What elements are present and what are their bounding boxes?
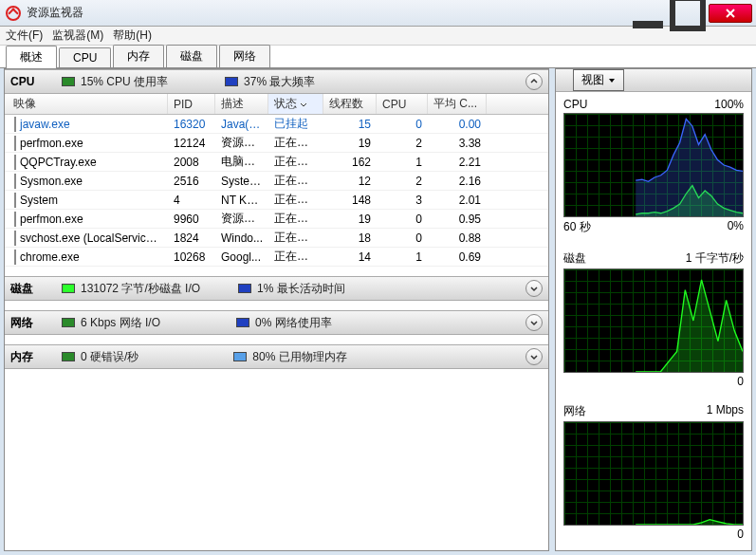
cpu-freq-swatch: [225, 77, 238, 86]
cell-threads: 15: [323, 116, 377, 133]
cell-cpu: 1: [377, 154, 428, 171]
menu-help[interactable]: 帮助(H): [113, 28, 152, 44]
view-dropdown[interactable]: 视图: [573, 69, 624, 91]
tab-disk[interactable]: 磁盘: [166, 45, 217, 67]
close-button[interactable]: [709, 4, 752, 23]
cell-cpu: 0: [377, 116, 428, 133]
cell-desc: System...: [215, 173, 268, 190]
network-expand-button[interactable]: [526, 314, 543, 331]
row-checkbox[interactable]: [14, 250, 16, 265]
net-use-swatch: [236, 318, 249, 327]
row-checkbox[interactable]: [14, 193, 16, 208]
disk-act-text: 1% 最长活动时间: [257, 281, 345, 297]
cell-status: 正在运行: [268, 190, 323, 210]
row-checkbox[interactable]: [14, 136, 16, 151]
cell-pid: 12124: [168, 135, 215, 152]
cell-threads: 162: [323, 154, 377, 171]
table-row[interactable]: QQPCTray.exe2008电脑管家正在运行16212.21: [5, 153, 548, 172]
network-section-header[interactable]: 网络 6 Kbps 网络 I/O 0% 网络使用率: [5, 310, 548, 335]
cell-pid: 10268: [168, 249, 215, 266]
col-pid[interactable]: PID: [168, 94, 215, 114]
row-checkbox[interactable]: [14, 231, 16, 246]
table-row[interactable]: perfmon.exe9960资源和...正在运行1900.95: [5, 210, 548, 229]
table-row[interactable]: Sysmon.exe2516System...正在运行1222.16: [5, 172, 548, 191]
cell-status: 已挂起: [268, 114, 323, 134]
net-io-text: 6 Kbps 网络 I/O: [81, 315, 160, 331]
tab-network[interactable]: 网络: [219, 45, 270, 67]
cell-status: 正在运行: [268, 133, 323, 153]
cpu-section-title: CPU: [10, 75, 56, 88]
graph-block-mem: 内存100 硬错误/秒: [556, 550, 751, 551]
mem-use-text: 80% 已用物理内存: [252, 349, 346, 365]
table-row[interactable]: javaw.exe16320Java(T...已挂起1500.00: [5, 115, 548, 134]
app-icon: [6, 6, 21, 21]
disk-section-header[interactable]: 磁盘 131072 字节/秒磁盘 I/O 1% 最长活动时间: [5, 276, 548, 301]
table-header: 映像 PID 描述 状态 线程数 CPU 平均 C...: [5, 94, 548, 115]
cell-avg: 3.38: [428, 135, 487, 152]
right-pane: 视图 CPU100%60 秒0%磁盘1 千字节/秒0网络1 Mbps0内存100…: [555, 68, 752, 551]
svg-rect-1: [673, 0, 703, 28]
minimize-button[interactable]: [629, 4, 667, 23]
cpu-usage-text: 15% CPU 使用率: [81, 74, 168, 90]
cell-desc: 电脑管家: [215, 152, 268, 172]
menu-file[interactable]: 文件(F): [6, 28, 43, 44]
memory-expand-button[interactable]: [526, 348, 543, 365]
col-image[interactable]: 映像: [5, 94, 168, 114]
row-checkbox[interactable]: [14, 174, 16, 189]
mem-err-swatch: [62, 352, 75, 361]
col-cpu[interactable]: CPU: [377, 94, 428, 114]
view-label: 视图: [581, 72, 604, 88]
cell-desc: Java(T...: [215, 116, 268, 133]
cell-threads: 12: [323, 173, 377, 190]
menu-monitor[interactable]: 监视器(M): [52, 28, 103, 44]
disk-io-swatch: [62, 284, 75, 293]
chevron-down-icon: [608, 74, 616, 87]
graph-br: 0: [737, 375, 744, 388]
cell-desc: Googl...: [215, 249, 268, 266]
col-threads[interactable]: 线程数: [323, 94, 377, 114]
cpu-collapse-button[interactable]: [526, 73, 543, 90]
tab-memory[interactable]: 内存: [113, 45, 164, 67]
tab-overview[interactable]: 概述: [6, 46, 57, 68]
cpu-section-header[interactable]: CPU 15% CPU 使用率 37% 最大频率: [5, 69, 548, 94]
tab-cpu[interactable]: CPU: [59, 47, 111, 67]
cell-status: 正在运行: [268, 171, 323, 191]
graph-canvas-disk: [563, 268, 744, 373]
cell-desc: 资源和...: [215, 133, 268, 153]
table-row[interactable]: chrome.exe10268Googl...正在运行1410.69: [5, 248, 548, 267]
cell-status: 正在运行: [268, 152, 323, 172]
cell-avg: 2.01: [428, 192, 487, 209]
cell-threads: 18: [323, 230, 377, 247]
col-status[interactable]: 状态: [268, 94, 323, 114]
left-pane: CPU 15% CPU 使用率 37% 最大频率 映像 PID 描述 状态 线程…: [4, 68, 549, 551]
cell-avg: 0.88: [428, 230, 487, 247]
cell-avg: 2.16: [428, 173, 487, 190]
graph-right-label: 1 Mbps: [707, 403, 744, 419]
cell-status: 正在运行: [268, 228, 323, 248]
process-table: 映像 PID 描述 状态 线程数 CPU 平均 C... javaw.exe16…: [5, 94, 548, 267]
maximize-button[interactable]: [669, 4, 707, 23]
table-row[interactable]: svchost.exe (LocalServiceN...1824Windo..…: [5, 229, 548, 248]
memory-section-title: 内存: [10, 349, 56, 365]
cell-image: svchost.exe (LocalServiceN...: [20, 231, 168, 245]
row-checkbox[interactable]: [14, 155, 16, 170]
title-bar: 资源监视器: [0, 0, 756, 27]
row-checkbox[interactable]: [14, 117, 16, 132]
memory-section-header[interactable]: 内存 0 硬错误/秒 80% 已用物理内存: [5, 344, 548, 369]
disk-expand-button[interactable]: [526, 280, 543, 297]
cell-cpu: 2: [377, 173, 428, 190]
row-checkbox[interactable]: [14, 212, 16, 227]
col-desc[interactable]: 描述: [215, 94, 268, 114]
cell-desc: NT Ker...: [215, 192, 268, 209]
cell-avg: 2.21: [428, 154, 487, 171]
cell-threads: 19: [323, 135, 377, 152]
graph-block-disk: 磁盘1 千字节/秒0: [556, 245, 751, 398]
col-avg[interactable]: 平均 C...: [428, 94, 487, 114]
cell-pid: 9960: [168, 211, 215, 228]
table-row[interactable]: System4NT Ker...正在运行14832.01: [5, 191, 548, 210]
sort-icon: [300, 98, 307, 111]
cell-cpu: 2: [377, 135, 428, 152]
table-row[interactable]: perfmon.exe12124资源和...正在运行1923.38: [5, 134, 548, 153]
cell-desc: 资源和...: [215, 209, 268, 229]
graph-right-label: 1 千字节/秒: [686, 250, 744, 267]
